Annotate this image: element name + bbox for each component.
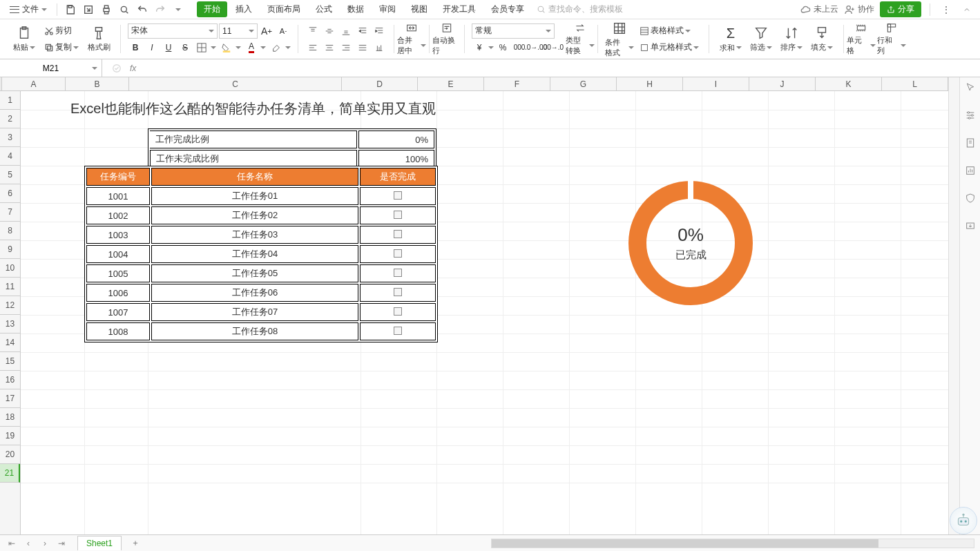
checkbox[interactable] bbox=[394, 307, 402, 316]
row-header-17[interactable]: 17 bbox=[0, 389, 20, 408]
tab-start[interactable]: 开始 bbox=[197, 1, 227, 17]
italic-button[interactable]: I bbox=[144, 40, 160, 55]
print-button[interactable] bbox=[99, 2, 114, 17]
row-header-19[interactable]: 19 bbox=[0, 427, 20, 445]
fx-icon[interactable]: fx bbox=[130, 64, 136, 73]
checkbox[interactable] bbox=[394, 211, 402, 219]
underline-button[interactable]: U bbox=[161, 40, 176, 55]
row-header-1[interactable]: 1 bbox=[0, 91, 20, 110]
scroll-thumb[interactable] bbox=[492, 539, 878, 548]
col-header-F[interactable]: F bbox=[484, 77, 550, 90]
col-header-J[interactable]: J bbox=[749, 77, 816, 90]
tab-member[interactable]: 会员专享 bbox=[484, 1, 531, 17]
side-backup-button[interactable] bbox=[963, 218, 978, 233]
app-menu-button[interactable]: 文件 bbox=[6, 2, 51, 17]
row-header-9[interactable]: 9 bbox=[0, 240, 20, 259]
row-header-2[interactable]: 2 bbox=[0, 110, 20, 128]
last-sheet-button[interactable]: ⇥ bbox=[55, 537, 68, 550]
tab-review[interactable]: 审阅 bbox=[372, 1, 403, 17]
col-header-B[interactable]: B bbox=[66, 77, 129, 90]
row-header-20[interactable]: 20 bbox=[0, 445, 20, 464]
indent-inc-button[interactable] bbox=[372, 23, 387, 39]
redo-button[interactable] bbox=[153, 2, 168, 17]
row-header-8[interactable]: 8 bbox=[0, 222, 20, 240]
export-button[interactable] bbox=[81, 2, 96, 17]
font-size-select[interactable]: 11 bbox=[219, 23, 258, 39]
more-button[interactable]: ⋮ bbox=[939, 2, 954, 17]
cursor-tool-button[interactable] bbox=[963, 80, 978, 95]
tab-layout[interactable]: 页面布局 bbox=[260, 1, 307, 17]
checkbox[interactable] bbox=[394, 327, 402, 335]
col-header-H[interactable]: H bbox=[617, 77, 683, 90]
col-header-L[interactable]: L bbox=[882, 77, 948, 90]
justify-button[interactable] bbox=[355, 40, 370, 55]
tab-formula[interactable]: 公式 bbox=[309, 1, 339, 17]
row-header-3[interactable]: 3 bbox=[0, 128, 20, 147]
row-header-14[interactable]: 14 bbox=[0, 334, 20, 352]
tab-dev[interactable]: 开发工具 bbox=[436, 1, 483, 17]
row-header-15[interactable]: 15 bbox=[0, 352, 20, 371]
save-button[interactable] bbox=[63, 2, 78, 17]
rowcol-button[interactable]: 行和列 bbox=[877, 22, 906, 56]
cell-style-button[interactable]: 单元格样式 bbox=[637, 40, 702, 55]
orientation-button[interactable] bbox=[372, 40, 387, 55]
name-box-input[interactable] bbox=[13, 64, 89, 73]
row-header-11[interactable]: 11 bbox=[0, 278, 20, 296]
strike-button[interactable]: S bbox=[177, 40, 193, 55]
collapse-ribbon-button[interactable] bbox=[959, 2, 974, 17]
share-button[interactable]: 分享 bbox=[880, 1, 921, 17]
checkbox[interactable] bbox=[394, 269, 402, 277]
tab-insert[interactable]: 插入 bbox=[229, 1, 259, 17]
row-header-4[interactable]: 4 bbox=[0, 147, 20, 166]
copy-button[interactable]: 复制 bbox=[41, 40, 81, 55]
sort-button[interactable]: 排序 bbox=[777, 26, 806, 53]
horizontal-scrollbar[interactable] bbox=[491, 539, 974, 548]
row-header-7[interactable]: 7 bbox=[0, 203, 20, 222]
vertical-scrollbar[interactable] bbox=[948, 77, 959, 534]
border-button[interactable] bbox=[194, 40, 209, 55]
paste-button[interactable]: 粘贴 bbox=[10, 23, 39, 55]
table-style-button[interactable]: 表格样式 bbox=[637, 23, 702, 39]
side-chart-button[interactable] bbox=[963, 163, 978, 178]
row-header-21[interactable]: 21 bbox=[0, 464, 20, 483]
fill-color-button[interactable] bbox=[219, 40, 234, 55]
row-header-16[interactable]: 16 bbox=[0, 371, 20, 389]
checkbox[interactable] bbox=[394, 288, 402, 296]
dec-decimal-button[interactable]: .00→.0 bbox=[545, 40, 560, 55]
command-search[interactable]: 查找命令、搜索模板 bbox=[531, 2, 628, 17]
side-shield-button[interactable] bbox=[963, 191, 978, 206]
increase-font-button[interactable]: A+ bbox=[259, 23, 274, 39]
row-header-18[interactable]: 18 bbox=[0, 408, 20, 427]
undo-button[interactable] bbox=[135, 2, 150, 17]
merge-button[interactable]: 合并居中 bbox=[397, 22, 426, 56]
font-color-button[interactable]: A bbox=[244, 40, 259, 55]
row-header-5[interactable]: 5 bbox=[0, 166, 20, 184]
col-header-D[interactable]: D bbox=[342, 77, 418, 90]
percent-button[interactable]: % bbox=[495, 40, 510, 55]
collab-button[interactable]: 协作 bbox=[844, 3, 874, 15]
decrease-font-button[interactable]: A- bbox=[276, 23, 291, 39]
col-header-A[interactable]: A bbox=[2, 77, 66, 90]
type-convert-button[interactable]: 类型转换 bbox=[566, 22, 595, 56]
tab-data[interactable]: 数据 bbox=[340, 1, 371, 17]
align-bottom-button[interactable] bbox=[338, 23, 354, 39]
col-header-C[interactable]: C bbox=[129, 77, 342, 90]
col-header-G[interactable]: G bbox=[550, 77, 617, 90]
next-sheet-button[interactable]: › bbox=[39, 537, 51, 550]
number-format-select[interactable]: 常规 bbox=[472, 23, 555, 39]
cut-button[interactable]: 剪切 bbox=[41, 23, 81, 39]
cond-format-button[interactable]: 条件格式 bbox=[605, 21, 634, 58]
prev-sheet-button[interactable]: ‹ bbox=[22, 537, 35, 550]
name-box[interactable] bbox=[0, 59, 102, 77]
col-header-K[interactable]: K bbox=[816, 77, 882, 90]
fill-button[interactable]: 填充 bbox=[807, 26, 836, 53]
align-left-button[interactable] bbox=[305, 40, 320, 55]
align-center-button[interactable] bbox=[322, 40, 337, 55]
col-header-I[interactable]: I bbox=[683, 77, 749, 90]
checkbox[interactable] bbox=[394, 230, 402, 238]
qat-more-button[interactable] bbox=[171, 2, 186, 17]
add-sheet-button[interactable]: ＋ bbox=[128, 536, 142, 550]
cloud-sync-button[interactable]: 未上云 bbox=[800, 3, 838, 15]
row-header-13[interactable]: 13 bbox=[0, 315, 20, 334]
side-settings-button[interactable] bbox=[963, 108, 978, 123]
